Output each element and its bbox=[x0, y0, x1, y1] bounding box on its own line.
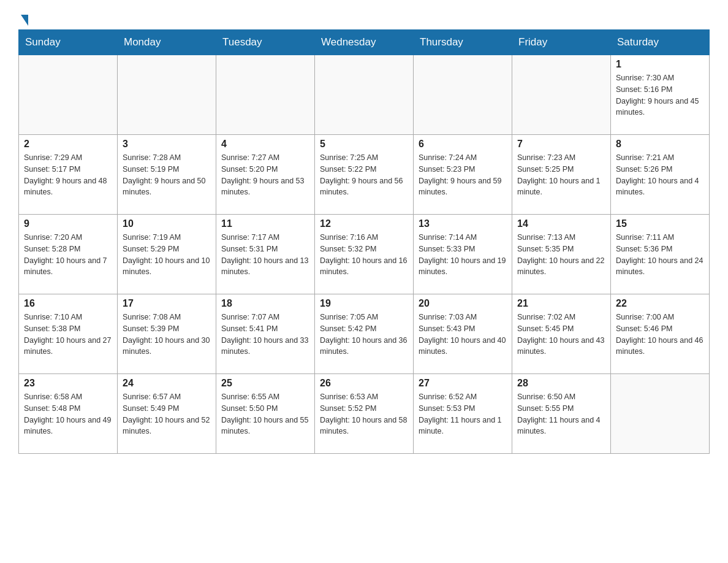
day-info: Sunrise: 7:27 AM Sunset: 5:20 PM Dayligh… bbox=[221, 152, 309, 198]
day-cell: 20Sunrise: 7:03 AM Sunset: 5:43 PM Dayli… bbox=[414, 294, 512, 374]
day-cell: 14Sunrise: 7:13 AM Sunset: 5:35 PM Dayli… bbox=[512, 215, 611, 294]
day-cell: 22Sunrise: 7:00 AM Sunset: 5:46 PM Dayli… bbox=[611, 294, 710, 374]
column-header-thursday: Thursday bbox=[414, 30, 512, 55]
day-number: 28 bbox=[517, 378, 605, 389]
day-cell: 23Sunrise: 6:58 AM Sunset: 5:48 PM Dayli… bbox=[19, 374, 118, 454]
day-number: 8 bbox=[616, 139, 704, 150]
logo-arrow-icon bbox=[21, 15, 28, 26]
day-number: 4 bbox=[221, 139, 309, 150]
day-info: Sunrise: 6:53 AM Sunset: 5:52 PM Dayligh… bbox=[320, 391, 408, 437]
column-header-friday: Friday bbox=[512, 30, 611, 55]
day-info: Sunrise: 7:02 AM Sunset: 5:45 PM Dayligh… bbox=[517, 312, 605, 358]
day-cell: 26Sunrise: 6:53 AM Sunset: 5:52 PM Dayli… bbox=[315, 374, 414, 454]
day-info: Sunrise: 7:19 AM Sunset: 5:29 PM Dayligh… bbox=[123, 232, 211, 278]
day-number: 5 bbox=[320, 139, 408, 150]
day-info: Sunrise: 7:05 AM Sunset: 5:42 PM Dayligh… bbox=[320, 312, 408, 358]
calendar-table: SundayMondayTuesdayWednesdayThursdayFrid… bbox=[18, 29, 710, 454]
day-number: 23 bbox=[24, 378, 112, 389]
day-number: 1 bbox=[616, 59, 704, 70]
day-cell: 8Sunrise: 7:21 AM Sunset: 5:26 PM Daylig… bbox=[611, 135, 710, 215]
day-cell: 1Sunrise: 7:30 AM Sunset: 5:16 PM Daylig… bbox=[611, 55, 710, 135]
day-cell bbox=[512, 55, 611, 135]
day-info: Sunrise: 7:07 AM Sunset: 5:41 PM Dayligh… bbox=[221, 312, 309, 358]
day-number: 7 bbox=[517, 139, 605, 150]
day-info: Sunrise: 7:28 AM Sunset: 5:19 PM Dayligh… bbox=[123, 152, 211, 198]
day-number: 26 bbox=[320, 378, 408, 389]
day-cell: 28Sunrise: 6:50 AM Sunset: 5:55 PM Dayli… bbox=[512, 374, 611, 454]
day-cell: 25Sunrise: 6:55 AM Sunset: 5:50 PM Dayli… bbox=[216, 374, 315, 454]
day-info: Sunrise: 7:20 AM Sunset: 5:28 PM Dayligh… bbox=[24, 232, 112, 278]
day-cell bbox=[118, 55, 216, 135]
week-row-5: 23Sunrise: 6:58 AM Sunset: 5:48 PM Dayli… bbox=[19, 374, 710, 454]
day-cell: 17Sunrise: 7:08 AM Sunset: 5:39 PM Dayli… bbox=[118, 294, 216, 374]
day-number: 14 bbox=[517, 218, 605, 229]
day-info: Sunrise: 6:58 AM Sunset: 5:48 PM Dayligh… bbox=[24, 391, 112, 437]
day-info: Sunrise: 7:08 AM Sunset: 5:39 PM Dayligh… bbox=[123, 312, 211, 358]
day-info: Sunrise: 6:52 AM Sunset: 5:53 PM Dayligh… bbox=[419, 391, 507, 437]
day-info: Sunrise: 6:50 AM Sunset: 5:55 PM Dayligh… bbox=[517, 391, 605, 437]
day-cell: 5Sunrise: 7:25 AM Sunset: 5:22 PM Daylig… bbox=[315, 135, 414, 215]
day-cell bbox=[216, 55, 315, 135]
day-info: Sunrise: 7:00 AM Sunset: 5:46 PM Dayligh… bbox=[616, 312, 704, 358]
day-cell bbox=[414, 55, 512, 135]
day-info: Sunrise: 7:11 AM Sunset: 5:36 PM Dayligh… bbox=[616, 232, 704, 278]
day-info: Sunrise: 7:23 AM Sunset: 5:25 PM Dayligh… bbox=[517, 152, 605, 198]
day-cell: 21Sunrise: 7:02 AM Sunset: 5:45 PM Dayli… bbox=[512, 294, 611, 374]
day-number: 9 bbox=[24, 218, 112, 229]
day-info: Sunrise: 7:03 AM Sunset: 5:43 PM Dayligh… bbox=[419, 312, 507, 358]
day-number: 15 bbox=[616, 218, 704, 229]
day-info: Sunrise: 7:16 AM Sunset: 5:32 PM Dayligh… bbox=[320, 232, 408, 278]
week-row-2: 2Sunrise: 7:29 AM Sunset: 5:17 PM Daylig… bbox=[19, 135, 710, 215]
day-cell: 3Sunrise: 7:28 AM Sunset: 5:19 PM Daylig… bbox=[118, 135, 216, 215]
day-cell: 4Sunrise: 7:27 AM Sunset: 5:20 PM Daylig… bbox=[216, 135, 315, 215]
day-cell: 9Sunrise: 7:20 AM Sunset: 5:28 PM Daylig… bbox=[19, 215, 118, 294]
week-row-4: 16Sunrise: 7:10 AM Sunset: 5:38 PM Dayli… bbox=[19, 294, 710, 374]
day-cell: 18Sunrise: 7:07 AM Sunset: 5:41 PM Dayli… bbox=[216, 294, 315, 374]
day-number: 20 bbox=[419, 298, 507, 309]
day-info: Sunrise: 7:13 AM Sunset: 5:35 PM Dayligh… bbox=[517, 232, 605, 278]
day-info: Sunrise: 6:57 AM Sunset: 5:49 PM Dayligh… bbox=[123, 391, 211, 437]
day-info: Sunrise: 7:24 AM Sunset: 5:23 PM Dayligh… bbox=[419, 152, 507, 198]
day-info: Sunrise: 7:25 AM Sunset: 5:22 PM Dayligh… bbox=[320, 152, 408, 198]
day-info: Sunrise: 7:10 AM Sunset: 5:38 PM Dayligh… bbox=[24, 312, 112, 358]
week-row-3: 9Sunrise: 7:20 AM Sunset: 5:28 PM Daylig… bbox=[19, 215, 710, 294]
day-cell: 7Sunrise: 7:23 AM Sunset: 5:25 PM Daylig… bbox=[512, 135, 611, 215]
day-cell: 16Sunrise: 7:10 AM Sunset: 5:38 PM Dayli… bbox=[19, 294, 118, 374]
day-info: Sunrise: 6:55 AM Sunset: 5:50 PM Dayligh… bbox=[221, 391, 309, 437]
day-number: 16 bbox=[24, 298, 112, 309]
logo bbox=[18, 12, 28, 23]
day-number: 2 bbox=[24, 139, 112, 150]
day-number: 24 bbox=[123, 378, 211, 389]
day-number: 12 bbox=[320, 218, 408, 229]
day-number: 10 bbox=[123, 218, 211, 229]
column-header-saturday: Saturday bbox=[611, 30, 710, 55]
day-number: 18 bbox=[221, 298, 309, 309]
week-row-1: 1Sunrise: 7:30 AM Sunset: 5:16 PM Daylig… bbox=[19, 55, 710, 135]
day-cell: 11Sunrise: 7:17 AM Sunset: 5:31 PM Dayli… bbox=[216, 215, 315, 294]
day-info: Sunrise: 7:29 AM Sunset: 5:17 PM Dayligh… bbox=[24, 152, 112, 198]
day-number: 17 bbox=[123, 298, 211, 309]
day-info: Sunrise: 7:17 AM Sunset: 5:31 PM Dayligh… bbox=[221, 232, 309, 278]
column-header-tuesday: Tuesday bbox=[216, 30, 315, 55]
day-cell: 10Sunrise: 7:19 AM Sunset: 5:29 PM Dayli… bbox=[118, 215, 216, 294]
day-number: 3 bbox=[123, 139, 211, 150]
day-info: Sunrise: 7:14 AM Sunset: 5:33 PM Dayligh… bbox=[419, 232, 507, 278]
day-cell: 24Sunrise: 6:57 AM Sunset: 5:49 PM Dayli… bbox=[118, 374, 216, 454]
day-number: 21 bbox=[517, 298, 605, 309]
day-number: 25 bbox=[221, 378, 309, 389]
day-number: 27 bbox=[419, 378, 507, 389]
day-cell: 19Sunrise: 7:05 AM Sunset: 5:42 PM Dayli… bbox=[315, 294, 414, 374]
day-cell: 27Sunrise: 6:52 AM Sunset: 5:53 PM Dayli… bbox=[414, 374, 512, 454]
column-header-wednesday: Wednesday bbox=[315, 30, 414, 55]
day-number: 6 bbox=[419, 139, 507, 150]
day-cell: 12Sunrise: 7:16 AM Sunset: 5:32 PM Dayli… bbox=[315, 215, 414, 294]
column-header-monday: Monday bbox=[118, 30, 216, 55]
day-number: 13 bbox=[419, 218, 507, 229]
day-info: Sunrise: 7:30 AM Sunset: 5:16 PM Dayligh… bbox=[616, 72, 704, 118]
day-cell: 6Sunrise: 7:24 AM Sunset: 5:23 PM Daylig… bbox=[414, 135, 512, 215]
day-cell: 15Sunrise: 7:11 AM Sunset: 5:36 PM Dayli… bbox=[611, 215, 710, 294]
page-header bbox=[18, 12, 710, 23]
day-number: 19 bbox=[320, 298, 408, 309]
day-cell bbox=[611, 374, 710, 454]
day-info: Sunrise: 7:21 AM Sunset: 5:26 PM Dayligh… bbox=[616, 152, 704, 198]
